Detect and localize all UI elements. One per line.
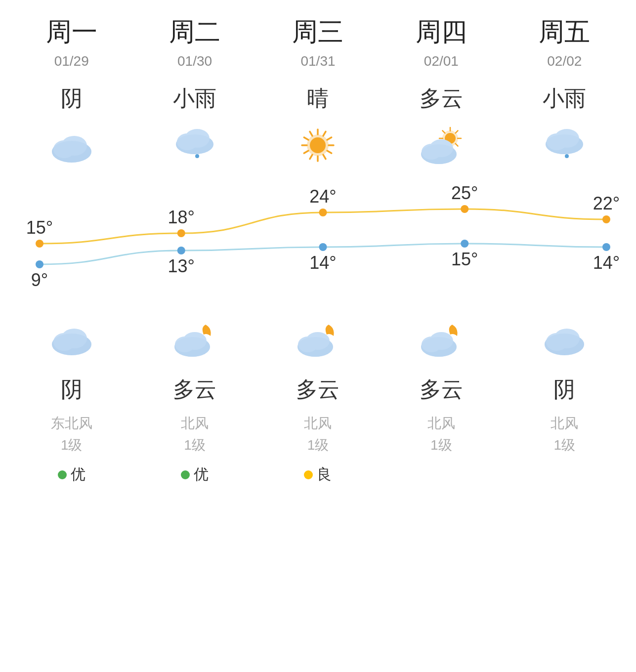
svg-point-10 [310, 137, 326, 153]
day-icon-0 [44, 123, 99, 168]
svg-line-18 [304, 137, 309, 140]
svg-point-69 [174, 337, 210, 357]
svg-point-48 [461, 205, 468, 213]
day-condition-1: 小雨 [173, 84, 216, 113]
wind-level-4: 1级 [554, 436, 576, 455]
air-quality-2: 良 [304, 464, 332, 485]
svg-point-8 [195, 154, 199, 158]
svg-point-56 [319, 243, 327, 251]
air-quality-label-0: 优 [71, 464, 85, 485]
air-dot-1 [181, 470, 190, 479]
bottom-col-4: 阴 北风 1级 [503, 316, 626, 485]
bottom-col-3: 多云 北风 1级 [380, 316, 503, 485]
svg-line-21 [323, 131, 326, 136]
night-condition-0: 阴 [61, 375, 83, 404]
svg-point-50 [602, 215, 610, 223]
svg-line-19 [310, 131, 312, 136]
night-condition-1: 多云 [173, 375, 216, 404]
svg-line-22 [328, 137, 332, 140]
svg-text:22°: 22° [593, 193, 620, 213]
bottom-weather-grid: 阴 东北风 1级 优 多云 北风 1级 优 多云 北风 1级 良 [0, 301, 636, 495]
svg-point-41 [565, 154, 569, 158]
svg-line-30 [442, 130, 445, 133]
svg-text:14°: 14° [593, 252, 620, 273]
wind-dir-2: 北风 [304, 414, 332, 433]
day-icon-2 [291, 123, 345, 168]
svg-text:18°: 18° [168, 207, 195, 227]
air-quality-1: 优 [181, 464, 209, 485]
wind-level-3: 1级 [430, 436, 452, 455]
day-date-1: 01/30 [177, 53, 212, 69]
svg-text:15°: 15° [26, 217, 53, 238]
svg-point-54 [177, 247, 185, 254]
svg-text:9°: 9° [31, 270, 48, 290]
bottom-col-1: 多云 北风 1级 优 [133, 316, 256, 485]
day-col-4: 周五 02/02 小雨 [503, 15, 626, 172]
day-name-4: 周五 [539, 15, 590, 49]
svg-point-40 [546, 134, 583, 154]
night-icon-2 [291, 316, 345, 360]
svg-line-12 [328, 151, 332, 153]
day-date-0: 01/29 [54, 53, 89, 69]
day-name-3: 周四 [416, 15, 467, 49]
day-condition-4: 小雨 [543, 84, 586, 113]
top-weather-grid: 周一 01/29 阴 周二 01/30 小雨 周三 01/31 晴 周四 02/… [0, 0, 636, 172]
night-condition-4: 阴 [553, 375, 575, 404]
svg-point-42 [36, 240, 43, 248]
day-date-4: 02/02 [547, 53, 582, 69]
bottom-col-0: 阴 东北风 1级 优 [10, 316, 133, 485]
wind-level-2: 1级 [307, 436, 329, 455]
day-condition-3: 多云 [420, 84, 463, 113]
svg-point-3 [52, 141, 91, 163]
svg-point-60 [602, 243, 610, 251]
wind-dir-3: 北风 [427, 414, 455, 433]
night-icon-4 [537, 316, 592, 360]
svg-point-44 [177, 229, 185, 237]
night-icon-3 [414, 316, 468, 360]
temperature-chart: 15°18°24°25°22°9°13°14°15°14° [0, 172, 636, 301]
day-icon-3 [414, 123, 468, 168]
day-condition-0: 阴 [61, 84, 83, 113]
svg-point-58 [461, 240, 468, 248]
svg-text:14°: 14° [309, 252, 336, 273]
night-icon-1 [168, 316, 222, 360]
svg-text:25°: 25° [451, 183, 478, 203]
night-condition-3: 多云 [420, 375, 463, 404]
day-icon-4 [537, 123, 592, 168]
wind-level-0: 1级 [61, 436, 83, 455]
svg-point-73 [297, 337, 333, 357]
night-icon-0 [44, 316, 99, 360]
bottom-col-2: 多云 北风 1级 良 [256, 316, 380, 485]
air-quality-0: 优 [58, 464, 85, 485]
svg-text:24°: 24° [309, 186, 336, 207]
day-condition-2: 晴 [307, 84, 329, 113]
svg-point-52 [36, 260, 43, 268]
svg-text:15°: 15° [451, 249, 478, 269]
day-col-2: 周三 01/31 晴 [256, 15, 380, 172]
day-name-2: 周三 [292, 15, 343, 49]
wind-dir-0: 东北风 [51, 414, 92, 433]
svg-line-13 [323, 155, 326, 159]
day-icon-1 [168, 123, 222, 168]
svg-line-32 [455, 130, 458, 133]
day-name-1: 周二 [169, 15, 220, 49]
wind-level-1: 1级 [184, 436, 206, 455]
day-col-0: 周一 01/29 阴 [10, 15, 133, 172]
day-col-1: 周二 01/30 小雨 [133, 15, 256, 172]
air-quality-label-2: 良 [317, 464, 332, 485]
svg-line-16 [304, 151, 309, 153]
svg-point-7 [176, 134, 213, 154]
svg-point-65 [52, 334, 91, 355]
wind-dir-4: 北风 [551, 414, 578, 433]
svg-line-26 [455, 143, 458, 146]
svg-point-36 [421, 144, 457, 164]
night-condition-2: 多云 [296, 375, 339, 404]
day-name-0: 周一 [46, 15, 97, 49]
svg-line-15 [310, 155, 312, 159]
day-date-2: 01/31 [300, 53, 335, 69]
svg-text:13°: 13° [168, 256, 195, 276]
air-quality-label-1: 优 [194, 464, 209, 485]
wind-dir-1: 北风 [181, 414, 209, 433]
day-date-3: 02/01 [424, 53, 459, 69]
svg-point-81 [545, 334, 584, 355]
